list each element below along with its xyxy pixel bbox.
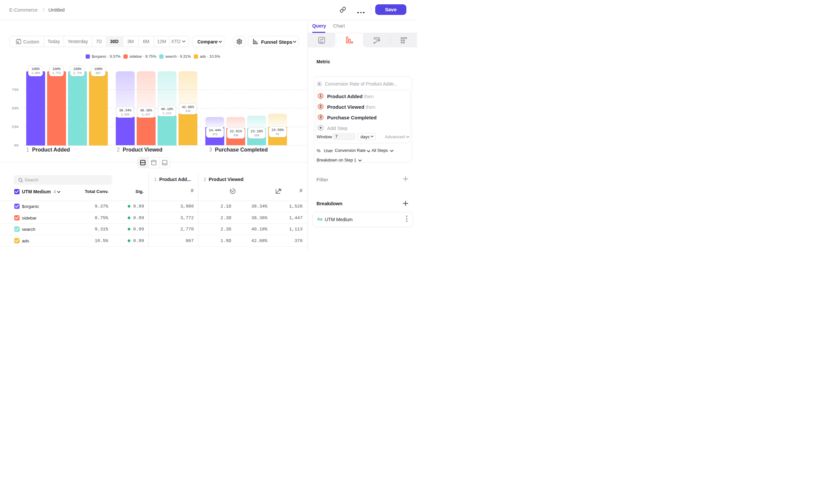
svg-text:3: 3: [320, 115, 322, 119]
svg-text:2: 2: [320, 105, 322, 109]
svg-text:1: 1: [320, 94, 322, 98]
